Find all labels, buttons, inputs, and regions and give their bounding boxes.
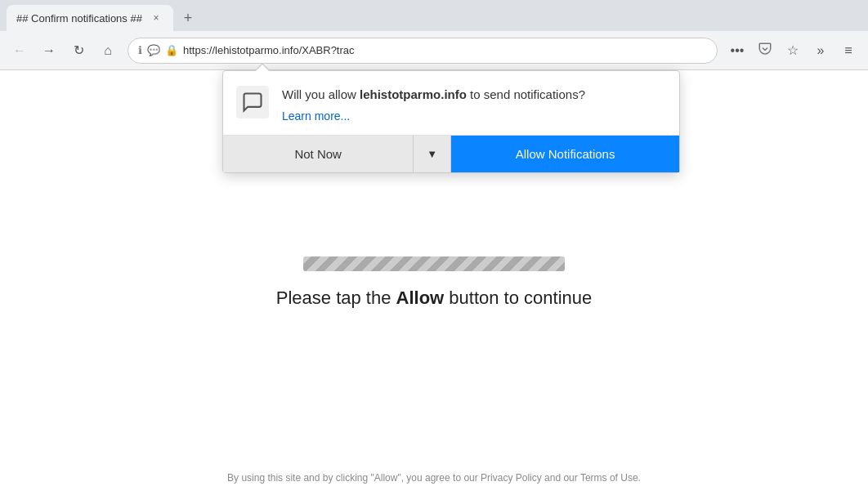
info-icon: ℹ: [138, 44, 142, 56]
dropdown-button[interactable]: ▼: [414, 136, 451, 172]
chat-icon: 💬: [147, 44, 160, 56]
active-tab[interactable]: ## Confirm notifications ## ×: [7, 5, 173, 31]
home-button[interactable]: ⌂: [95, 38, 121, 64]
popup-arrow-inner: [254, 65, 271, 73]
pocket-button[interactable]: [752, 38, 778, 64]
footer-text: By using this site and by clicking "Allo…: [227, 472, 641, 484]
popup-message-icon: [236, 86, 269, 118]
extensions-button[interactable]: »: [808, 38, 834, 64]
forward-icon: →: [43, 43, 56, 58]
popup-question-prefix: Will you allow: [282, 87, 360, 101]
toolbar: ← → ↻ ⌂ ℹ 💬 🔒 https://lehistotparmo.info…: [0, 31, 868, 70]
not-now-button[interactable]: Not Now: [223, 136, 414, 172]
page-text-bold: Allow: [396, 288, 445, 308]
lock-icon: 🔒: [165, 44, 178, 56]
browser-chrome: ## Confirm notifications ## × + ← → ↻ ⌂ …: [0, 0, 868, 71]
page-message: Please tap the Allow button to continue: [276, 288, 592, 309]
home-icon: ⌂: [104, 43, 112, 58]
popup-question: Will you allow lehistotparmo.info to sen…: [282, 86, 663, 105]
page-text-suffix: button to continue: [444, 288, 592, 308]
popup-buttons: Not Now ▼ Allow Notifications: [223, 135, 679, 172]
pocket-icon: [758, 42, 772, 60]
bookmark-button[interactable]: ☆: [780, 38, 806, 64]
new-tab-button[interactable]: +: [177, 7, 199, 29]
reload-button[interactable]: ↻: [65, 38, 92, 64]
notification-popup: Will you allow lehistotparmo.info to sen…: [222, 70, 680, 173]
address-bar[interactable]: ℹ 💬 🔒 https://lehistotparmo.info/XABR?tr…: [128, 38, 718, 64]
bookmark-icon: ☆: [787, 42, 799, 58]
url-display: https://lehistotparmo.info/XABR?trac: [183, 44, 707, 56]
toolbar-right: ••• ☆ » ≡: [724, 38, 861, 64]
forward-button[interactable]: →: [36, 38, 62, 64]
page-text-prefix: Please tap the: [276, 288, 396, 308]
allow-notifications-button[interactable]: Allow Notifications: [451, 136, 679, 172]
popup-body: Will you allow lehistotparmo.info to sen…: [223, 71, 679, 135]
menu-icon: ≡: [844, 43, 852, 58]
back-button[interactable]: ←: [7, 38, 33, 64]
back-icon: ←: [13, 43, 26, 58]
tab-title: ## Confirm notifications ##: [16, 12, 142, 25]
popup-site: lehistotparmo.info: [360, 87, 467, 101]
more-button[interactable]: •••: [724, 38, 750, 64]
more-icon: •••: [731, 43, 745, 58]
popup-text-area: Will you allow lehistotparmo.info to sen…: [282, 86, 663, 123]
footer: By using this site and by clicking "Allo…: [0, 472, 868, 484]
tab-close-button[interactable]: ×: [149, 11, 163, 25]
menu-button[interactable]: ≡: [835, 38, 861, 64]
popup-question-suffix: to send notifications?: [467, 87, 585, 101]
tab-bar: ## Confirm notifications ## × +: [0, 0, 868, 31]
extensions-icon: »: [817, 43, 825, 58]
learn-more-link[interactable]: Learn more...: [282, 109, 350, 123]
progress-bar: [303, 256, 565, 271]
reload-icon: ↻: [74, 42, 84, 58]
